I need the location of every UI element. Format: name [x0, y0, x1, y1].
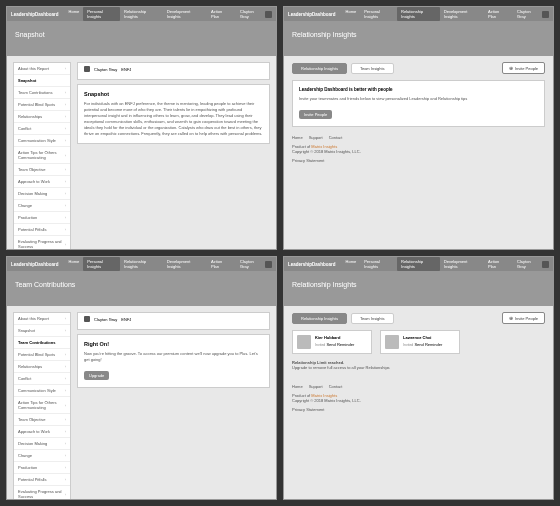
nav-relationship[interactable]: Relationship Insights — [397, 7, 440, 21]
user-menu[interactable]: Clayton Gray — [240, 259, 272, 269]
tab-team[interactable]: Team Insights — [351, 63, 394, 74]
sidebar-item[interactable]: Relationships› — [14, 361, 70, 373]
nav-personal[interactable]: Personal Insights — [83, 257, 120, 271]
sidebar-item[interactable]: Snapshot — [14, 75, 70, 87]
user-menu[interactable]: Clayton Gray — [517, 9, 549, 19]
person-pill: Clayton Gray ENFJ — [84, 66, 263, 72]
nav-personal[interactable]: Personal Insights — [360, 257, 397, 271]
card-title: Snapshot — [84, 91, 263, 97]
nav-development[interactable]: Development Insights — [163, 257, 207, 271]
sidebar-item[interactable]: Action Tips for Others Communicating› — [14, 147, 70, 164]
brand[interactable]: LeadershipDashboard — [288, 262, 336, 267]
sidebar: About this Report› Snapshot Team Contrib… — [13, 62, 71, 250]
sidebar-item[interactable]: Production› — [14, 462, 70, 474]
sidebar-item[interactable]: Evaluating Progress and Success› — [14, 236, 70, 250]
footer-link[interactable]: Support — [309, 135, 323, 140]
send-reminder-link[interactable]: Send Reminder — [414, 342, 442, 347]
sidebar-item[interactable]: Approach to Work› — [14, 176, 70, 188]
sidebar-item[interactable]: Team Contributions — [14, 337, 70, 349]
tab-relationship[interactable]: Relationship Insights — [292, 313, 347, 324]
invite-people-button[interactable]: Invite People — [299, 110, 332, 119]
person-name: Clayton Gray — [94, 317, 117, 322]
plus-icon: ⊕ — [509, 315, 513, 321]
sidebar-item[interactable]: Change› — [14, 200, 70, 212]
sidebar-item[interactable]: Conflict› — [14, 373, 70, 385]
person-name: Kier Hubbard — [315, 335, 354, 340]
sidebar-item[interactable]: Production› — [14, 212, 70, 224]
sidebar-item[interactable]: Team Objective› — [14, 414, 70, 426]
sidebar-item[interactable]: About this Report› — [14, 313, 70, 325]
page-title: Team Contributions — [7, 271, 276, 306]
sidebar-item[interactable]: Approach to Work› — [14, 426, 70, 438]
invite-button[interactable]: ⊕Invite People — [502, 62, 545, 74]
nav-development[interactable]: Development Insights — [440, 257, 484, 271]
nav-development[interactable]: Development Insights — [163, 7, 207, 21]
nav-action[interactable]: Action Plan — [484, 257, 511, 271]
status-badge: Invited — [403, 343, 413, 347]
footer-link[interactable]: Home — [292, 135, 303, 140]
sidebar-item[interactable]: Relationships› — [14, 111, 70, 123]
limit-body: Upgrade to remove full access to all you… — [292, 365, 545, 370]
page-title: Relationship Insights — [284, 271, 553, 306]
sidebar-item[interactable]: Decision Making› — [14, 188, 70, 200]
page-title: Snapshot — [7, 21, 276, 56]
privacy-link[interactable]: Privacy Statement — [292, 158, 545, 163]
nav-action[interactable]: Action Plan — [207, 257, 234, 271]
card-title: Right On! — [84, 341, 263, 347]
brand[interactable]: LeadershipDashboard — [288, 12, 336, 17]
user-name: Clayton Gray — [240, 9, 262, 19]
sidebar-item[interactable]: Conflict› — [14, 123, 70, 135]
tab-relationship[interactable]: Relationship Insights — [292, 63, 347, 74]
nav-action[interactable]: Action Plan — [207, 7, 234, 21]
sidebar-item[interactable]: Potential Pitfalls› — [14, 224, 70, 236]
sidebar-item[interactable]: Potential Blind Spots› — [14, 99, 70, 111]
user-menu[interactable]: Clayton Gray — [240, 9, 272, 19]
nav-home[interactable]: Home — [342, 257, 361, 271]
sidebar-item[interactable]: Team Contributions› — [14, 87, 70, 99]
nav-relationship[interactable]: Relationship Insights — [397, 257, 440, 271]
sidebar-item[interactable]: Potential Blind Spots› — [14, 349, 70, 361]
copyright: Copyright © 2018 Matrix Insights, LLC. — [292, 398, 545, 403]
upgrade-button[interactable]: Upgrade — [84, 371, 109, 380]
privacy-link[interactable]: Privacy Statement — [292, 407, 545, 412]
sidebar-item[interactable]: Action Tips for Others Communicating› — [14, 397, 70, 414]
sidebar-item[interactable]: Team Objective› — [14, 164, 70, 176]
send-reminder-link[interactable]: Send Reminder — [326, 342, 354, 347]
nav-personal[interactable]: Personal Insights — [360, 7, 397, 21]
sidebar-item[interactable]: Communication Style› — [14, 385, 70, 397]
nav-relationship[interactable]: Relationship Insights — [120, 7, 163, 21]
nav-home[interactable]: Home — [65, 257, 84, 271]
avatar-icon — [542, 11, 549, 18]
nav-action[interactable]: Action Plan — [484, 7, 511, 21]
invite-button[interactable]: ⊕Invite People — [502, 312, 545, 324]
page-title: Relationship Insights — [284, 21, 553, 56]
empty-body: Invite your teammates and friends below … — [299, 96, 538, 102]
brand[interactable]: LeadershipDashboard — [11, 262, 59, 267]
sidebar-item[interactable]: Communication Style› — [14, 135, 70, 147]
person-card[interactable]: Kier Hubbard Invited Send Reminder — [292, 330, 372, 354]
empty-title: Leadership Dashboard is better with peop… — [299, 87, 538, 92]
avatar-icon — [84, 316, 90, 322]
content-card: Snapshot For individuals with an ENFJ pr… — [77, 84, 270, 144]
person-card[interactable]: Lawrence Choi Invited Send Reminder — [380, 330, 460, 354]
sidebar-item[interactable]: Potential Pitfalls› — [14, 474, 70, 486]
brand[interactable]: LeadershipDashboard — [11, 12, 59, 17]
tab-team[interactable]: Team Insights — [351, 313, 394, 324]
person-type: ENFJ — [121, 317, 131, 322]
sidebar-item[interactable]: Evaluating Progress and Success› — [14, 486, 70, 500]
footer-link[interactable]: Contact — [329, 384, 343, 389]
content-card: Right On! Now you're hitting the groove.… — [77, 334, 270, 388]
footer-link[interactable]: Contact — [329, 135, 343, 140]
sidebar-item[interactable]: Snapshot› — [14, 325, 70, 337]
sidebar-item[interactable]: Change› — [14, 450, 70, 462]
sidebar-item[interactable]: About this Report› — [14, 63, 70, 75]
nav-personal[interactable]: Personal Insights — [83, 7, 120, 21]
footer-link[interactable]: Home — [292, 384, 303, 389]
footer-link[interactable]: Support — [309, 384, 323, 389]
nav-home[interactable]: Home — [342, 7, 361, 21]
nav-development[interactable]: Development Insights — [440, 7, 484, 21]
nav-relationship[interactable]: Relationship Insights — [120, 257, 163, 271]
nav-home[interactable]: Home — [65, 7, 84, 21]
sidebar-item[interactable]: Decision Making› — [14, 438, 70, 450]
user-menu[interactable]: Clayton Gray — [517, 259, 549, 269]
